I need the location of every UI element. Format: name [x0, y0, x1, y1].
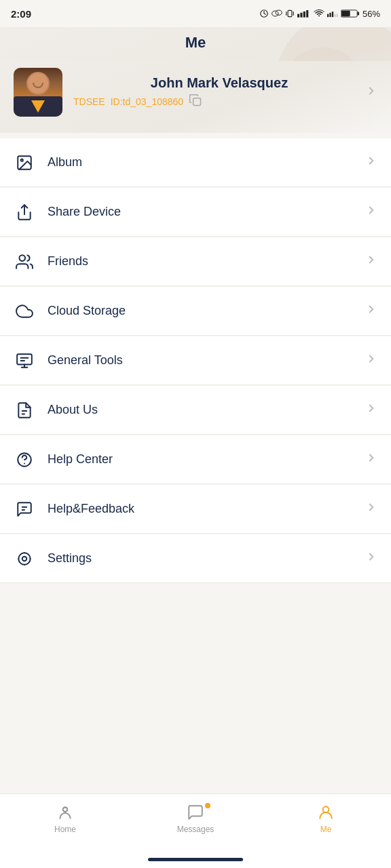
- menu-label-cloud-storage: Cloud Storage: [48, 304, 365, 318]
- profile-id-row: TDSEE ID:td_03_108860: [73, 94, 365, 110]
- battery-percent: 56%: [362, 9, 380, 19]
- profile-id-value: ID:td_03_108860: [111, 96, 183, 107]
- svg-rect-5: [300, 13, 302, 18]
- messages-nav-icon: [186, 803, 205, 822]
- wifi-icon: [314, 9, 324, 18]
- nav-item-home[interactable]: Home: [0, 803, 130, 834]
- cloud-chevron-icon: [365, 303, 377, 319]
- me-nav-icon: [316, 803, 335, 822]
- wechat-icon: [272, 9, 282, 18]
- profile-name: John Mark Velasquez: [73, 75, 365, 91]
- svg-rect-7: [306, 10, 308, 18]
- profile-app-name: TDSEE: [73, 96, 105, 107]
- menu-label-settings: Settings: [48, 551, 365, 566]
- svg-rect-4: [297, 14, 299, 18]
- svg-rect-3: [288, 10, 292, 16]
- share-icon: [14, 201, 35, 223]
- bottom-nav: Home Messages Me: [0, 793, 391, 848]
- menu-item-cloud-storage[interactable]: Cloud Storage: [0, 287, 391, 336]
- messages-notification-dot: [205, 803, 210, 808]
- about-chevron-icon: [365, 402, 377, 418]
- svg-rect-14: [341, 11, 350, 16]
- battery-icon: [341, 9, 360, 18]
- tools-chevron-icon: [365, 353, 377, 368]
- menu-item-share-device[interactable]: Share Device: [0, 188, 391, 237]
- svg-point-2: [276, 10, 282, 15]
- menu-label-album: Album: [48, 155, 365, 170]
- nav-item-me[interactable]: Me: [261, 803, 391, 834]
- album-chevron-icon: [365, 155, 377, 170]
- page-title: Me: [0, 34, 391, 61]
- menu-label-about-us: About Us: [48, 403, 365, 417]
- menu-label-help-feedback: Help&Feedback: [48, 502, 365, 516]
- copy-icon[interactable]: [189, 94, 202, 110]
- svg-point-20: [19, 255, 25, 261]
- svg-point-39: [323, 806, 329, 812]
- svg-point-32: [18, 553, 30, 564]
- menu-item-friends[interactable]: Friends: [0, 237, 391, 286]
- tools-icon: [14, 350, 35, 372]
- menu-label-friends: Friends: [48, 254, 365, 269]
- status-bar: 2:09 56%: [0, 0, 391, 27]
- profile-section[interactable]: John Mark Velasquez TDSEE ID:td_03_10886…: [0, 61, 391, 133]
- feedback-chevron-icon: [365, 501, 377, 517]
- svg-point-38: [63, 807, 68, 812]
- home-nav-label: Home: [54, 825, 76, 834]
- help-center-chevron-icon: [365, 452, 377, 467]
- settings-chevron-icon: [365, 551, 377, 566]
- svg-point-1: [272, 11, 278, 16]
- header: Me John Mark Velasquez TDSEE ID:td: [0, 27, 391, 133]
- profile-info: John Mark Velasquez TDSEE ID:td_03_10886…: [73, 75, 365, 110]
- signal-icon: [297, 9, 311, 18]
- home-indicator-bar: [148, 858, 243, 861]
- svg-point-18: [21, 159, 23, 161]
- lte-signal-icon: [327, 9, 338, 18]
- nav-item-messages[interactable]: Messages: [130, 803, 261, 834]
- menu-label-help-center: Help Center: [48, 452, 365, 467]
- menu-label-share-device: Share Device: [48, 205, 365, 219]
- svg-rect-8: [327, 14, 329, 18]
- svg-rect-6: [303, 12, 305, 18]
- home-indicator: [0, 848, 391, 868]
- help-center-icon: [14, 449, 35, 471]
- svg-rect-11: [334, 14, 335, 18]
- friends-chevron-icon: [365, 254, 377, 269]
- share-chevron-icon: [365, 204, 377, 220]
- home-nav-icon: [56, 803, 75, 822]
- me-nav-label: Me: [320, 825, 332, 834]
- menu-item-settings[interactable]: Settings: [0, 534, 391, 583]
- svg-point-31: [22, 556, 27, 561]
- menu-item-general-tools[interactable]: General Tools: [0, 336, 391, 385]
- album-icon: [14, 152, 35, 174]
- svg-rect-12: [337, 14, 338, 18]
- menu-item-help-feedback[interactable]: Help&Feedback: [0, 485, 391, 534]
- svg-rect-21: [17, 354, 32, 364]
- svg-rect-15: [357, 12, 359, 15]
- status-icons: 56%: [259, 9, 380, 19]
- phone-icon: [259, 9, 269, 18]
- profile-chevron-icon: [365, 85, 377, 100]
- svg-rect-10: [332, 12, 333, 17]
- menu-list: Album Share Device Friends: [0, 133, 391, 689]
- vibrate-icon: [285, 9, 295, 18]
- feedback-icon: [14, 498, 35, 520]
- about-icon: [14, 399, 35, 421]
- menu-item-about-us[interactable]: About Us: [0, 386, 391, 435]
- friends-icon: [14, 251, 35, 273]
- settings-icon: [14, 548, 35, 570]
- svg-rect-16: [193, 98, 201, 105]
- menu-item-album[interactable]: Album: [0, 138, 391, 187]
- content-spacer: [0, 689, 391, 794]
- menu-item-help-center[interactable]: Help Center: [0, 435, 391, 484]
- menu-label-general-tools: General Tools: [48, 353, 365, 368]
- messages-nav-label: Messages: [177, 825, 215, 834]
- cloud-icon: [14, 300, 35, 322]
- avatar: [14, 68, 62, 117]
- svg-rect-9: [329, 13, 331, 17]
- status-time: 2:09: [11, 8, 31, 20]
